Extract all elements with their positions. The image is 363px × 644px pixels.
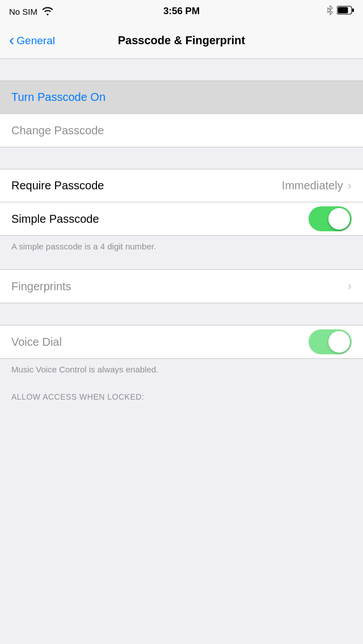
voice-dial-toggle-knob [328, 331, 350, 353]
require-passcode-chevron: › [348, 179, 352, 193]
back-button[interactable]: ‹ General [9, 33, 55, 48]
svg-rect-1 [352, 9, 354, 12]
require-section: Require Passcode Immediately › Simple Pa… [0, 169, 363, 236]
voice-dial-label: Voice Dial [11, 336, 62, 349]
status-bar: No SIM 3:56 PM [0, 0, 363, 23]
turn-passcode-on-cell[interactable]: Turn Passcode On [0, 81, 363, 114]
allow-access-header: ALLOW ACCESS WHEN LOCKED: [0, 382, 363, 406]
voice-dial-cell: Voice Dial [0, 325, 363, 358]
simple-passcode-label: Simple Passcode [11, 213, 99, 226]
turn-passcode-on-label: Turn Passcode On [11, 91, 105, 104]
passcode-section: Turn Passcode On Change Passcode [0, 80, 363, 147]
require-passcode-value-text: Immediately [282, 179, 343, 192]
simple-passcode-toggle-knob [328, 208, 350, 230]
fingerprints-chevron: › [348, 279, 352, 294]
page-title: Passcode & Fingerprint [118, 34, 246, 47]
section-gap-2 [0, 147, 363, 169]
wifi-icon [42, 6, 53, 17]
simple-passcode-cell: Simple Passcode [0, 202, 363, 235]
require-passcode-cell[interactable]: Require Passcode Immediately › [0, 170, 363, 202]
section-gap-top [0, 59, 363, 80]
nav-bar: ‹ General Passcode & Fingerprint [0, 23, 363, 59]
fingerprints-label: Fingerprints [11, 280, 71, 293]
require-passcode-value[interactable]: Immediately › [282, 179, 352, 193]
section-gap-3 [0, 259, 363, 269]
voice-dial-note: Music Voice Control is always enabled. [0, 359, 363, 382]
section-gap-4 [0, 303, 363, 325]
simple-passcode-toggle[interactable] [309, 206, 352, 231]
change-passcode-label: Change Passcode [11, 124, 104, 137]
battery-icon [337, 6, 354, 17]
simple-passcode-note: A simple passcode is a 4 digit number. [0, 236, 363, 259]
back-chevron-icon: ‹ [9, 32, 14, 48]
status-left: No SIM [9, 6, 53, 17]
voice-dial-section: Voice Dial [0, 325, 363, 359]
fingerprints-section: Fingerprints › [0, 269, 363, 303]
fingerprints-cell[interactable]: Fingerprints › [0, 270, 363, 303]
status-right [327, 5, 354, 18]
require-passcode-label: Require Passcode [11, 179, 104, 192]
voice-dial-toggle[interactable] [309, 329, 352, 354]
carrier-label: No SIM [9, 7, 37, 16]
status-time: 3:56 PM [163, 6, 200, 17]
change-passcode-cell[interactable]: Change Passcode [0, 114, 363, 147]
back-label: General [16, 35, 55, 47]
svg-rect-2 [338, 7, 348, 14]
bluetooth-icon [327, 5, 334, 18]
